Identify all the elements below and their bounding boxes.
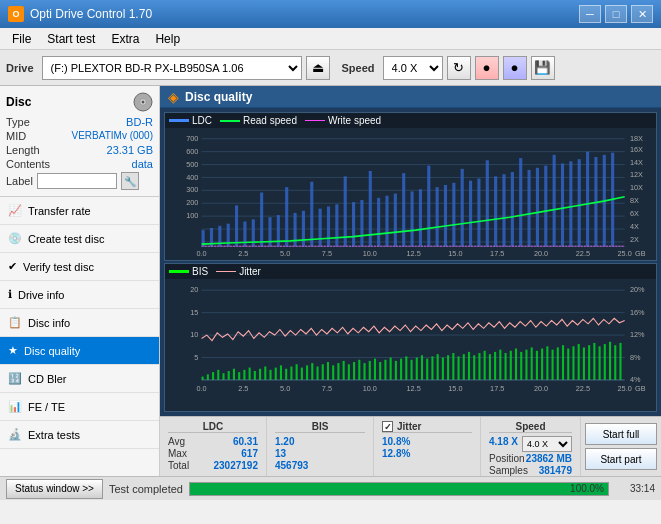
svg-rect-168 [515, 349, 517, 380]
drive-select[interactable]: (F:) PLEXTOR BD-R PX-LB950SA 1.06 [42, 56, 302, 80]
speed-label: Speed [342, 62, 375, 74]
nav-disc-quality-label: Disc quality [24, 345, 80, 357]
svg-rect-169 [520, 352, 522, 380]
position-value: 23862 MB [526, 453, 572, 464]
svg-rect-172 [536, 351, 538, 380]
jitter-max-value: 12.8% [382, 448, 410, 459]
label-edit-button[interactable]: 🔧 [121, 172, 139, 190]
svg-rect-137 [353, 362, 355, 380]
svg-text:10.0: 10.0 [363, 384, 377, 393]
svg-text:0.0: 0.0 [196, 384, 206, 393]
info-button[interactable]: ● [503, 56, 527, 80]
settings-button[interactable]: ● [475, 56, 499, 80]
read-speed-legend: Read speed [220, 115, 297, 126]
menu-extra[interactable]: Extra [103, 30, 147, 48]
svg-rect-171 [531, 347, 533, 380]
svg-rect-147 [405, 356, 407, 380]
speed-select[interactable]: 4.0 X 1.0 X 2.0 X 8.0 X [383, 56, 443, 80]
svg-rect-124 [285, 369, 287, 380]
menu-start-test[interactable]: Start test [39, 30, 103, 48]
svg-rect-122 [275, 368, 277, 380]
svg-rect-52 [394, 194, 397, 247]
disc-quality-icon: ★ [8, 344, 18, 357]
close-button[interactable]: ✕ [631, 5, 653, 23]
ldc-total-value: 23027192 [214, 460, 259, 471]
svg-rect-143 [384, 360, 386, 380]
status-time: 33:14 [615, 483, 655, 494]
start-part-button[interactable]: Start part [585, 448, 657, 470]
label-label: Label [6, 175, 33, 187]
svg-rect-145 [395, 361, 397, 380]
stats-speed-select[interactable]: 4.0 X [522, 436, 572, 452]
svg-text:16X: 16X [630, 145, 643, 154]
svg-text:100: 100 [186, 211, 198, 220]
start-full-button[interactable]: Start full [585, 423, 657, 445]
chart-header: ◈ Disc quality [160, 86, 661, 108]
svg-rect-157 [458, 356, 460, 380]
svg-rect-183 [593, 343, 595, 380]
svg-rect-178 [567, 349, 569, 380]
svg-rect-154 [442, 358, 444, 380]
svg-rect-47 [352, 202, 355, 246]
svg-text:8%: 8% [630, 353, 641, 362]
maximize-button[interactable]: □ [605, 5, 627, 23]
svg-rect-174 [546, 346, 548, 380]
drive-info-icon: ℹ [8, 288, 12, 301]
label-input[interactable] [37, 173, 117, 189]
svg-text:300: 300 [186, 185, 198, 194]
jitter-checkbox[interactable]: ✓ [382, 421, 393, 432]
read-speed-legend-label: Read speed [243, 115, 297, 126]
menu-help[interactable]: Help [147, 30, 188, 48]
svg-rect-72 [561, 163, 564, 246]
svg-rect-39 [285, 187, 288, 246]
svg-rect-152 [431, 356, 433, 380]
svg-rect-188 [619, 343, 621, 380]
sidebar: Disc Type BD-R MID VERBATIMv (000) Lengt… [0, 86, 160, 476]
menu-file[interactable]: File [4, 30, 39, 48]
svg-rect-121 [269, 370, 271, 380]
progress-text: 100.0% [570, 483, 604, 495]
svg-text:600: 600 [186, 147, 198, 156]
disc-info-icon: 📋 [8, 316, 22, 329]
svg-rect-141 [374, 359, 376, 380]
nav-cd-bler-label: CD Bler [28, 373, 67, 385]
svg-rect-131 [322, 364, 324, 380]
nav-disc-info[interactable]: 📋 Disc info [0, 309, 159, 337]
svg-rect-158 [463, 354, 465, 380]
svg-text:GB: GB [635, 384, 646, 393]
svg-text:500: 500 [186, 160, 198, 169]
svg-text:8X: 8X [630, 196, 639, 205]
bottom-chart: BIS Jitter 20 15 [164, 263, 657, 412]
svg-rect-175 [552, 350, 554, 380]
status-bar: Status window >> Test completed 100.0% 3… [0, 476, 661, 500]
nav-create-test[interactable]: 💿 Create test disc [0, 225, 159, 253]
nav-cd-bler[interactable]: 🔢 CD Bler [0, 365, 159, 393]
svg-rect-58 [444, 185, 447, 246]
ldc-legend: LDC [169, 115, 212, 126]
svg-rect-66 [511, 172, 514, 246]
minimize-button[interactable]: ─ [579, 5, 601, 23]
nav-disc-quality[interactable]: ★ Disc quality [0, 337, 159, 365]
refresh-button[interactable]: ↻ [447, 56, 471, 80]
svg-rect-109 [207, 374, 209, 380]
svg-text:14X: 14X [630, 157, 643, 166]
svg-rect-115 [238, 372, 240, 380]
svg-rect-54 [411, 191, 414, 246]
svg-rect-163 [489, 354, 491, 380]
eject-button[interactable]: ⏏ [306, 56, 330, 80]
nav-drive-info[interactable]: ℹ Drive info [0, 281, 159, 309]
position-label: Position [489, 453, 525, 464]
save-button[interactable]: 💾 [531, 56, 555, 80]
svg-rect-133 [332, 365, 334, 380]
nav-transfer-rate[interactable]: 📈 Transfer rate [0, 197, 159, 225]
svg-rect-43 [319, 209, 322, 247]
svg-text:15: 15 [190, 308, 198, 317]
nav-verify-test[interactable]: ✔ Verify test disc [0, 253, 159, 281]
svg-rect-123 [280, 365, 282, 380]
nav-fe-te[interactable]: 📊 FE / TE [0, 393, 159, 421]
ldc-avg-value: 60.31 [233, 436, 258, 447]
ldc-max-label: Max [168, 448, 187, 459]
status-window-button[interactable]: Status window >> [6, 479, 103, 499]
nav-extra-tests[interactable]: 🔬 Extra tests [0, 421, 159, 449]
svg-text:400: 400 [186, 173, 198, 182]
